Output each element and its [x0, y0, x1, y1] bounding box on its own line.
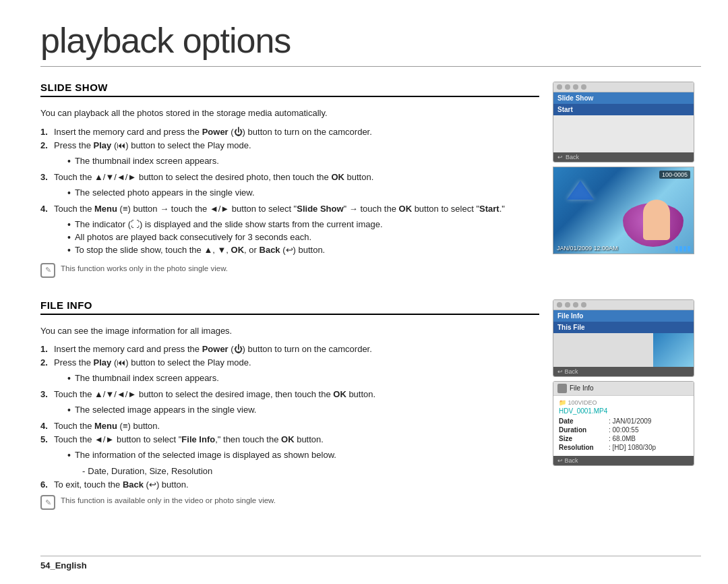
note-icon: ✎	[40, 495, 55, 510]
file-info-images: File Info This File ↩ Back File Info 📁 1…	[553, 299, 701, 513]
step-text: To exit, touch the Back (↩) button.	[54, 479, 189, 490]
resolution-val: : [HD] 1080/30p	[609, 444, 656, 451]
dot	[565, 302, 570, 308]
slide-show-intro: You can playback all the photos stored i…	[40, 107, 539, 120]
list-item: The selected photo appears in the single…	[67, 187, 255, 198]
list-item: Date, Duration, Size, Resolution	[82, 466, 212, 476]
list-item: 4. Touch the Menu (≡) button → touch the…	[40, 204, 539, 214]
list-item: The thumbnail index screen appears.	[67, 156, 219, 167]
file-info-section: FILE INFO You can see the image informat…	[40, 299, 701, 513]
list-item: The selected image appears in the single…	[67, 405, 256, 415]
battery-bar	[679, 246, 682, 252]
page-number: 54_English	[40, 560, 87, 571]
list-item: The thumbnail index screen appears.	[40, 371, 539, 386]
step-num: 6.	[40, 479, 51, 490]
battery-bar	[688, 246, 690, 252]
photo-date: JAN/01/2009 12:00AM	[557, 245, 618, 252]
note-icon: ✎	[40, 263, 55, 278]
fileinfo-detail-footer: ↩ Back	[553, 456, 694, 465]
bullet-text: The selected image appears in the single…	[75, 405, 257, 415]
size-label: Size	[559, 435, 606, 442]
bullet-text: The indicator (⛶) is displayed and the s…	[75, 219, 383, 229]
fileinfo-row-resolution: Resolution : [HD] 1080/30p	[559, 444, 688, 451]
fileinfo-filename: HDV_0001.MP4	[559, 407, 688, 415]
date-label: Date	[559, 417, 606, 425]
bullet-text: The selected photo appears in the single…	[75, 187, 255, 198]
fileinfo-header: File Info	[553, 310, 694, 322]
list-item: The thumbnail index screen appears.	[40, 154, 539, 169]
step-num: 4.	[40, 204, 51, 214]
list-item: The selected photo appears in the single…	[40, 185, 539, 200]
bullet-list: The selected image appears in the single…	[67, 405, 256, 417]
fileinfo-thumb	[653, 333, 694, 367]
battery-bar	[675, 246, 678, 252]
step-num: 4.	[40, 421, 51, 431]
list-item: 1. Insert the memory card and press the …	[40, 127, 539, 137]
footer-label: Back	[566, 154, 579, 160]
bullet-text: To stop the slide show, touch the ▲, ▼, …	[75, 245, 325, 255]
bullet-list: The thumbnail index screen appears.	[67, 156, 219, 169]
list-item: The information of the selected image is…	[67, 450, 336, 461]
bullet-text: The information of the selected image is…	[75, 450, 336, 460]
slide-show-content: SLIDE SHOW You can playback all the phot…	[40, 82, 539, 281]
list-item: 2. Press the Play (⏮) button to select t…	[40, 140, 539, 150]
person	[643, 200, 670, 240]
fileinfo-row-duration: Duration : 00:00:55	[559, 426, 688, 434]
list-item: 5. Touch the ◄/► button to select "File …	[40, 434, 539, 444]
fileinfo-row-date: Date : JAN/01/2009	[559, 417, 688, 425]
photo-counter: 100-0005	[659, 171, 690, 179]
date-val: : JAN/01/2009	[609, 417, 651, 425]
page-footer: 54_English	[40, 556, 701, 571]
note-text: This function is available only in the v…	[61, 495, 276, 504]
step-text: Insert the memory card and press the Pow…	[54, 344, 372, 354]
step-num: 2.	[40, 357, 51, 368]
footer-icon: ↩	[557, 154, 563, 160]
list-item: 4. Touch the Menu (≡) button.	[40, 421, 539, 431]
photo-bg: 100-0005 JAN/01/2009 12:00AM	[553, 167, 694, 254]
list-item: Date, Duration, Size, Resolution	[40, 466, 539, 476]
fileinfo-detail-header: File Info	[553, 382, 694, 396]
fileinfo-detail-title: File Info	[570, 384, 594, 392]
titlebar	[553, 300, 694, 310]
fileinfo-folder: 📁 100VIDEO	[559, 399, 688, 406]
step-num: 2.	[40, 140, 51, 150]
dot	[557, 302, 562, 308]
list-item: 3. Touch the ▲/▼/◄/► button to select th…	[40, 389, 539, 399]
dot	[557, 84, 562, 90]
slideshow-photo-mockup: 100-0005 JAN/01/2009 12:00AM	[553, 167, 694, 254]
bullet-text: All photos are played back consecutively…	[75, 232, 311, 242]
list-item: All photos are played back consecutively…	[67, 232, 383, 243]
file-info-content: FILE INFO You can see the image informat…	[40, 299, 539, 513]
slideshow-ui-mockup: Slide Show Start ↩ Back	[553, 82, 694, 163]
page-title: playback options	[40, 20, 701, 67]
battery-bar	[684, 246, 686, 252]
bullet-list: The selected photo appears in the single…	[67, 187, 255, 200]
fileinfo-detail-body: 📁 100VIDEO HDV_0001.MP4 Date : JAN/01/20…	[553, 396, 694, 456]
dot	[581, 302, 586, 308]
sub-bullet-list: Date, Duration, Size, Resolution	[82, 466, 212, 476]
slide-show-images: Slide Show Start ↩ Back 100-0005 JAN/01/…	[553, 82, 701, 281]
size-val: : 68.0MB	[609, 435, 636, 442]
arrow-indicator	[567, 181, 594, 200]
list-item: 3. Touch the ▲/▼/◄/► button to select th…	[40, 172, 539, 182]
dot	[573, 84, 578, 90]
bullet-list: The information of the selected image is…	[67, 450, 336, 463]
fileinfo-ui-mockup: File Info This File ↩ Back	[553, 299, 694, 377]
step-text: Insert the memory card and press the Pow…	[54, 127, 372, 137]
step-num: 1.	[40, 344, 51, 354]
list-item: The thumbnail index screen appears.	[67, 373, 219, 384]
list-item: 2. Press the Play (⏮) button to select t…	[40, 357, 539, 368]
dot	[573, 302, 578, 308]
fileinfo-detail-icon	[557, 384, 567, 393]
bullet-list: The thumbnail index screen appears.	[67, 373, 219, 386]
sub-bullet-text: Date, Duration, Size, Resolution	[88, 466, 212, 476]
fileinfo-menuitem: This File	[553, 322, 694, 333]
step-num: 3.	[40, 389, 51, 399]
list-item: 1. Insert the memory card and press the …	[40, 344, 539, 354]
list-item: The selected image appears in the single…	[40, 403, 539, 417]
list-item: The indicator (⛶) is displayed and the s…	[67, 219, 383, 230]
mockup-title: Slide Show	[553, 92, 694, 104]
list-item: The indicator (⛶) is displayed and the s…	[40, 217, 539, 258]
fileinfo-row-size: Size : 68.0MB	[559, 435, 688, 442]
dot	[565, 84, 570, 90]
